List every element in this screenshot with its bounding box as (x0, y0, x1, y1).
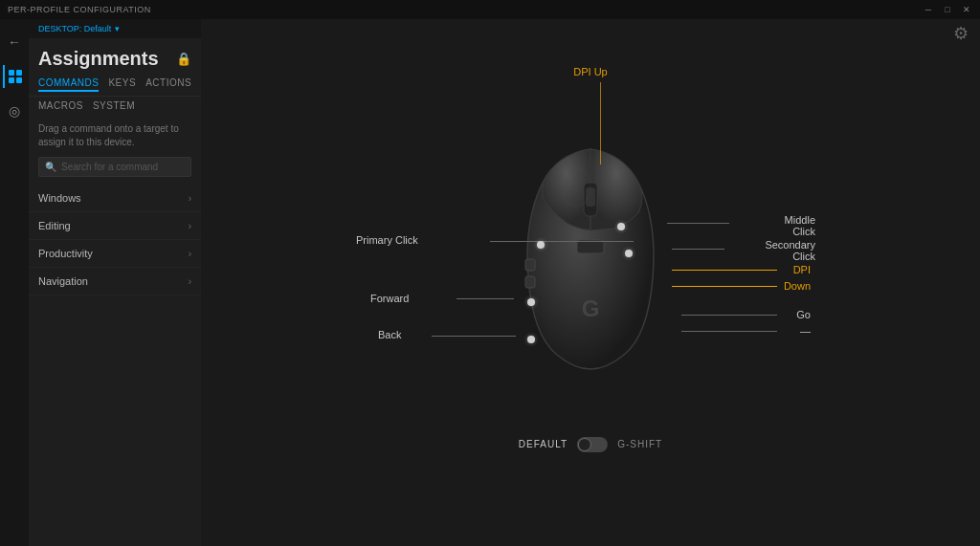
go-line (681, 315, 777, 316)
svg-rect-3 (16, 77, 22, 83)
category-list: Windows › Editing › Productivity › Navig… (29, 185, 201, 546)
toggle-knob (578, 438, 591, 451)
category-label: Editing (38, 220, 71, 231)
svg-rect-8 (525, 276, 535, 288)
chevron-down-icon: › (189, 276, 191, 287)
secondary-click-label: SecondaryClick (765, 239, 815, 262)
assignments-nav-button[interactable] (3, 65, 26, 88)
search-icon: 🔍 (45, 162, 56, 172)
svg-rect-1 (16, 70, 22, 76)
main-area: DPI Up (201, 19, 980, 546)
back-label: Back (378, 329, 401, 340)
primary-click-label: Primary Click (356, 234, 418, 246)
back-line (432, 336, 516, 337)
secondary-click-dot (625, 250, 633, 257)
titlebar-label: PER-PROFILE CONFIGURATION (8, 5, 151, 14)
svg-rect-0 (9, 70, 14, 76)
tab-actions[interactable]: ACTIONS (145, 76, 191, 92)
dpi-down-label: Down (784, 280, 811, 292)
primary-click-line (490, 241, 634, 242)
category-windows[interactable]: Windows › (29, 185, 201, 212)
back-nav-button[interactable]: ← (3, 31, 26, 54)
minimize-button[interactable]: ─ (923, 4, 934, 15)
drag-hint: Drag a command onto a target to assign i… (29, 115, 201, 157)
tab-macros[interactable]: MACROS (38, 100, 83, 111)
dpi-up-label: DPI Up (573, 66, 607, 77)
chevron-down-icon: › (189, 193, 191, 204)
titlebar: PER-PROFILE CONFIGURATION ─ □ ✕ (0, 0, 980, 19)
category-label: Navigation (38, 275, 88, 287)
gshift-label: G-SHIFT (617, 439, 662, 449)
toggle-switch[interactable] (577, 437, 608, 452)
mode-toggle: DEFAULT G-SHIFT (519, 437, 662, 452)
dpi-label: DPI (793, 264, 811, 275)
back-dot (527, 336, 535, 343)
mouse-image: G (504, 106, 677, 393)
mouse-diagram: DPI Up (351, 58, 830, 470)
middle-click-line (667, 223, 729, 224)
profile-bar[interactable]: DESKTOP: Default ▾ (29, 19, 201, 38)
forward-dot (527, 298, 535, 306)
page-title: Assignments (38, 48, 159, 70)
gear-button[interactable]: ⚙ (953, 23, 969, 44)
category-navigation[interactable]: Navigation › (29, 268, 201, 295)
category-label: Windows (38, 192, 81, 204)
primary-click-dot (537, 241, 545, 249)
dash-line (681, 331, 777, 332)
tab-commands[interactable]: COMMANDS (38, 76, 99, 92)
maximize-button[interactable]: □ (942, 4, 953, 15)
profile-chevron: ▾ (115, 24, 120, 33)
dpi-up-line (600, 82, 601, 164)
sidebar: DESKTOP: Default ▾ Assignments 🔒 COMMAND… (29, 19, 201, 546)
tab-system[interactable]: SYSTEM (93, 100, 135, 111)
dash-label: — (800, 325, 811, 337)
sidebar-header: Assignments 🔒 (29, 38, 201, 76)
middle-click-label: MiddleClick (785, 214, 815, 237)
chevron-down-icon: › (189, 221, 191, 231)
forward-label: Forward (370, 293, 409, 304)
dpi-down-line (672, 286, 777, 287)
tabs-row-1: COMMANDS KEYS ACTIONS (29, 76, 201, 97)
left-nav: ← ◎ (0, 19, 29, 546)
category-label: Productivity (38, 248, 93, 259)
dpi-line (672, 270, 777, 271)
lock-icon: 🔒 (176, 52, 191, 66)
middle-click-dot (617, 223, 625, 230)
search-input[interactable] (61, 162, 185, 172)
forward-line (457, 298, 514, 299)
titlebar-controls: ─ □ ✕ (923, 4, 972, 15)
svg-text:G: G (582, 295, 600, 321)
go-label: Go (796, 309, 811, 320)
category-productivity[interactable]: Productivity › (29, 240, 201, 268)
category-editing[interactable]: Editing › (29, 212, 201, 240)
svg-rect-2 (9, 77, 14, 83)
profile-label: DESKTOP: Default (38, 24, 111, 33)
search-box[interactable]: 🔍 (38, 157, 191, 177)
chevron-down-icon: › (189, 249, 191, 259)
svg-rect-7 (525, 259, 535, 271)
tab-keys[interactable]: KEYS (108, 76, 136, 92)
secondary-click-line (672, 249, 724, 250)
default-label: DEFAULT (519, 439, 568, 449)
close-button[interactable]: ✕ (961, 4, 972, 15)
tabs-row-2: MACROS SYSTEM (29, 97, 201, 115)
target-nav-button[interactable]: ◎ (3, 99, 26, 122)
